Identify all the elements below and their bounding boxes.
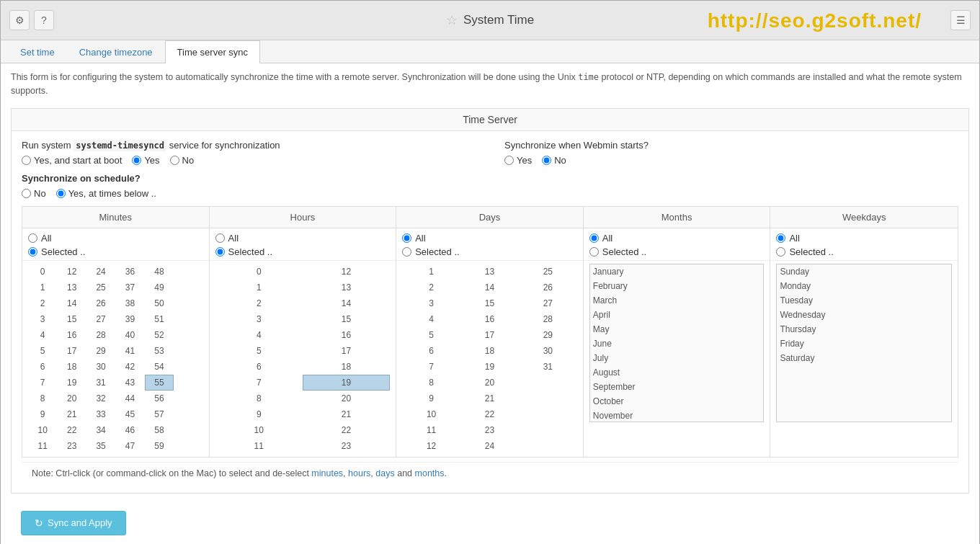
month-may[interactable]: May	[590, 322, 764, 336]
hr-20[interactable]: 20	[303, 391, 390, 406]
min-22[interactable]: 22	[57, 422, 86, 438]
day-22[interactable]: 22	[460, 406, 519, 422]
weekdays-all-radio[interactable]: All	[776, 233, 952, 244]
day-23[interactable]: 23	[460, 422, 519, 438]
min-1[interactable]: 1	[28, 280, 57, 295]
min-19[interactable]: 19	[57, 375, 86, 391]
day-6[interactable]: 6	[402, 343, 460, 359]
min-9[interactable]: 9	[28, 406, 57, 422]
schedule-radio-no[interactable]: No	[22, 188, 46, 199]
min-17[interactable]: 17	[57, 343, 86, 359]
days-selected-radio[interactable]: Selected ..	[402, 246, 577, 257]
hr-8[interactable]: 8	[215, 391, 303, 406]
min-24[interactable]: 24	[86, 264, 115, 280]
min-8[interactable]: 8	[28, 391, 57, 406]
min-0[interactable]: 0	[28, 264, 57, 280]
month-april[interactable]: April	[590, 308, 764, 322]
month-march[interactable]: March	[590, 293, 764, 308]
min-58[interactable]: 58	[145, 422, 174, 438]
min-23[interactable]: 23	[57, 438, 86, 454]
hr-10[interactable]: 10	[215, 422, 303, 438]
min-20[interactable]: 20	[57, 391, 86, 406]
weekdays-scroll[interactable]: Sunday Monday Tuesday Wednesday Thursday…	[776, 264, 952, 422]
day-24[interactable]: 24	[460, 438, 519, 454]
hr-1[interactable]: 1	[215, 280, 303, 295]
day-30[interactable]: 30	[519, 343, 577, 359]
min-59[interactable]: 59	[145, 438, 174, 454]
hr-15[interactable]: 15	[303, 311, 390, 327]
min-10[interactable]: 10	[28, 422, 57, 438]
sync-webmin-radio-no[interactable]: No	[542, 155, 566, 166]
hr-2[interactable]: 2	[215, 295, 303, 311]
wday-saturday[interactable]: Saturday	[777, 351, 951, 365]
min-49[interactable]: 49	[145, 280, 174, 295]
min-37[interactable]: 37	[115, 280, 144, 295]
day-2[interactable]: 2	[402, 280, 460, 295]
month-october[interactable]: October	[590, 394, 764, 409]
day-8[interactable]: 8	[402, 375, 460, 391]
min-38[interactable]: 38	[115, 295, 144, 311]
hr-4[interactable]: 4	[215, 327, 303, 343]
day-15[interactable]: 15	[460, 295, 519, 311]
note-link-hours[interactable]: hours	[348, 468, 370, 478]
min-15[interactable]: 15	[57, 311, 86, 327]
sync-apply-button[interactable]: ↻ Sync and Apply	[21, 511, 126, 535]
min-4[interactable]: 4	[28, 327, 57, 343]
min-28[interactable]: 28	[86, 327, 115, 343]
day-5[interactable]: 5	[402, 327, 460, 343]
min-7[interactable]: 7	[28, 375, 57, 391]
hours-all-radio[interactable]: All	[215, 233, 391, 244]
min-51[interactable]: 51	[145, 311, 174, 327]
wday-friday[interactable]: Friday	[777, 336, 951, 351]
hr-21[interactable]: 21	[303, 406, 390, 422]
tab-set-time[interactable]: Set time	[8, 40, 67, 63]
settings-icon-btn[interactable]: ⚙	[9, 10, 30, 30]
min-48[interactable]: 48	[145, 264, 174, 280]
hr-9[interactable]: 9	[215, 406, 303, 422]
hr-0[interactable]: 0	[215, 264, 303, 280]
min-55[interactable]: 55	[145, 375, 174, 391]
day-20[interactable]: 20	[460, 375, 519, 391]
months-all-radio[interactable]: All	[589, 233, 765, 244]
hr-23[interactable]: 23	[303, 438, 390, 454]
min-45[interactable]: 45	[115, 406, 144, 422]
month-june[interactable]: June	[590, 336, 764, 351]
min-33[interactable]: 33	[86, 406, 115, 422]
schedule-radio-yes[interactable]: Yes, at times below ..	[56, 188, 156, 199]
min-35[interactable]: 35	[86, 438, 115, 454]
min-26[interactable]: 26	[86, 295, 115, 311]
min-56[interactable]: 56	[145, 391, 174, 406]
day-17[interactable]: 17	[460, 327, 519, 343]
tab-time-server-sync[interactable]: Time server sync	[165, 40, 260, 63]
min-11[interactable]: 11	[28, 438, 57, 454]
min-42[interactable]: 42	[115, 359, 144, 375]
min-40[interactable]: 40	[115, 327, 144, 343]
hr-22[interactable]: 22	[303, 422, 390, 438]
day-11[interactable]: 11	[402, 422, 460, 438]
month-august[interactable]: August	[590, 365, 764, 380]
note-link-months[interactable]: months	[415, 468, 445, 478]
min-5[interactable]: 5	[28, 343, 57, 359]
note-link-minutes[interactable]: minutes	[311, 468, 343, 478]
min-12[interactable]: 12	[57, 264, 86, 280]
minutes-selected-radio[interactable]: Selected ..	[28, 246, 203, 257]
wday-tuesday[interactable]: Tuesday	[777, 293, 951, 308]
day-25[interactable]: 25	[519, 264, 577, 280]
hr-19[interactable]: 19	[303, 375, 390, 391]
min-50[interactable]: 50	[145, 295, 174, 311]
min-14[interactable]: 14	[57, 295, 86, 311]
min-13[interactable]: 13	[57, 280, 86, 295]
star-icon[interactable]: ☆	[446, 12, 458, 28]
min-2[interactable]: 2	[28, 295, 57, 311]
hr-11[interactable]: 11	[215, 438, 303, 454]
min-57[interactable]: 57	[145, 406, 174, 422]
hr-17[interactable]: 17	[303, 343, 390, 359]
day-4[interactable]: 4	[402, 311, 460, 327]
service-radio-yes[interactable]: Yes	[132, 155, 159, 166]
min-34[interactable]: 34	[86, 422, 115, 438]
day-27[interactable]: 27	[519, 295, 577, 311]
min-16[interactable]: 16	[57, 327, 86, 343]
hr-7[interactable]: 7	[215, 375, 303, 391]
hr-16[interactable]: 16	[303, 327, 390, 343]
service-radio-boot[interactable]: Yes, and start at boot	[22, 155, 122, 166]
